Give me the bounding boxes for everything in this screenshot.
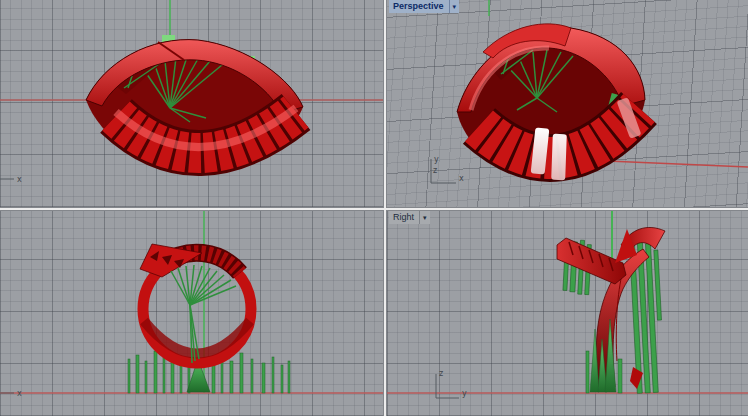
app-window: x [0,0,748,416]
ring-model-front-view [140,244,251,363]
viewport-title-label[interactable]: Perspective [389,0,449,13]
axis-y-label: y [434,155,439,164]
axis-x-label: x [17,175,22,184]
viewport-title-right[interactable]: Right ▾ [389,211,430,224]
axis-x-label: x [459,174,464,183]
rib-highlight-white [551,134,567,180]
viewport-title-perspective[interactable]: Perspective ▾ [389,0,459,13]
front-view-canvas [0,211,383,416]
top-view-canvas [0,0,383,207]
dropdown-arrow-icon[interactable]: ▾ [449,0,460,13]
viewport-front[interactable]: x [0,211,383,416]
axis-x-label: x [17,389,22,398]
axis-icon-top: x [0,168,30,190]
ring-model-top-view [86,40,303,173]
axis-z-label: z [433,166,437,175]
dropdown-arrow-icon[interactable]: ▾ [419,211,430,224]
axis-y-label: y [462,389,467,398]
viewport-title-label[interactable]: Right [389,211,419,224]
viewport-perspective[interactable]: y z x Perspective ▾ [387,0,748,207]
axis-icon-front: x [0,382,30,404]
viewport-right[interactable]: z y Right ▾ [387,211,748,416]
viewport-top[interactable]: x [0,0,383,207]
axis-icon-perspective: y z x [425,152,505,188]
axis-icon-right: z y [429,364,509,404]
axis-z-label: z [439,369,443,378]
